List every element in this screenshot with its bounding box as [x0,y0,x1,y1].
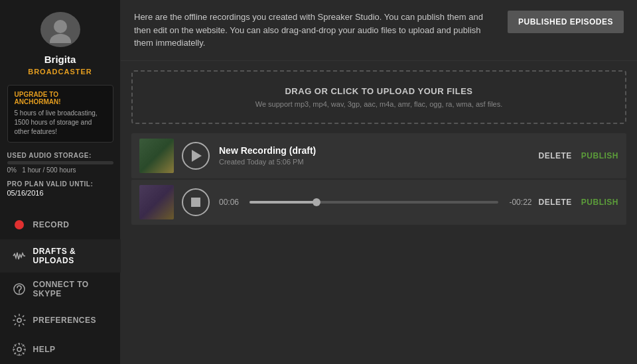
audio-controls: 00:06 -00:22 [219,198,531,207]
sidebar: Brigita BROADCASTER UPGRADE TO ANCHORMAN… [0,0,121,364]
sidebar-item-preferences[interactable]: PREFERENCES [0,306,121,335]
svg-point-1 [50,34,71,43]
sidebar-item-preferences-label: PREFERENCES [33,316,97,325]
avatar [40,12,80,47]
record-icon [12,217,27,232]
svg-point-0 [54,20,67,33]
upload-zone-title: DRAG OR CLICK TO UPLOAD YOUR FILES [147,86,610,96]
storage-label: USED AUDIO STORAGE: [7,152,113,159]
plan-date: 05/16/2016 [7,189,113,197]
publish-button-2[interactable]: PUBLISH [581,198,618,207]
upload-zone-subtitle: We support mp3, mp4, wav, 3gp, aac, m4a,… [147,100,610,108]
waveform-icon [12,249,27,263]
sidebar-item-skype[interactable]: CONNECT TO SKYPE [0,273,121,306]
action-buttons-2: DELETE PUBLISH [538,198,618,207]
gear-icon [12,313,27,328]
storage-pct: 0% [7,166,17,174]
recording-thumbnail-2 [139,185,174,219]
time-current: 00:06 [219,198,244,207]
help-gear-icon [12,342,27,357]
top-banner: Here are the offline recordings you crea… [121,0,637,61]
published-episodes-button[interactable]: PUBLISHED EPISODES [508,11,624,33]
time-total: -00:22 [504,198,531,207]
upgrade-title: UPGRADE TO ANCHORMAN! [15,91,106,105]
svg-point-4 [17,347,21,351]
table-row: New Recording (draft) Created Today at 5… [131,133,626,178]
delete-button[interactable]: DELETE [538,151,571,160]
progress-bar-fill [249,201,317,204]
upgrade-box: UPGRADE TO ANCHORMAN! 5 hours of live br… [7,85,113,143]
svg-point-3 [17,318,21,322]
plan-label: PRO PLAN VALID UNTIL: [7,180,113,188]
sidebar-item-skype-label: CONNECT TO SKYPE [33,280,109,298]
sidebar-item-record[interactable]: RECORD [0,210,121,239]
recording-info: New Recording (draft) Created Today at 5… [219,145,531,166]
sidebar-item-record-label: RECORD [33,220,70,229]
delete-button-2[interactable]: DELETE [538,198,571,207]
upgrade-desc: 5 hours of live broadcasting, 1500 hours… [15,109,106,137]
username: Brigita [44,54,76,65]
publish-button[interactable]: PUBLISH [581,151,618,160]
recording-thumbnail [139,139,174,173]
upload-zone[interactable]: DRAG OR CLICK TO UPLOAD YOUR FILES We su… [131,70,626,124]
recording-title: New Recording (draft) [219,145,531,156]
role-badge: BROADCASTER [28,68,92,76]
stop-button[interactable] [182,188,210,216]
sidebar-item-drafts[interactable]: DRAFTS & UPLOADS [0,239,121,273]
sidebar-item-drafts-label: DRAFTS & UPLOADS [33,247,109,265]
play-icon [192,150,202,162]
sidebar-item-help-label: HELP [33,345,56,354]
action-buttons: DELETE PUBLISH [538,151,618,160]
main-content: Here are the offline recordings you crea… [121,0,637,364]
storage-section: USED AUDIO STORAGE: 0% 1 hour / 500 hour… [7,152,113,174]
recording-meta: Created Today at 5:06 PM [219,158,531,166]
table-row: 00:06 -00:22 DELETE PUBLISH [131,180,626,225]
storage-text: 0% 1 hour / 500 hours [7,166,113,174]
skype-icon [12,282,27,296]
stop-icon [191,198,200,207]
progress-handle[interactable] [313,198,320,206]
storage-detail: 1 hour / 500 hours [22,166,76,174]
plan-section: PRO PLAN VALID UNTIL: 05/16/2016 [7,180,113,197]
storage-bar-bg [7,161,113,164]
progress-bar[interactable] [249,201,498,204]
banner-text: Here are the offline recordings you crea… [134,11,494,50]
play-button[interactable] [182,142,210,170]
recordings-list: New Recording (draft) Created Today at 5… [131,133,626,226]
sidebar-item-help[interactable]: HELP [0,335,121,364]
